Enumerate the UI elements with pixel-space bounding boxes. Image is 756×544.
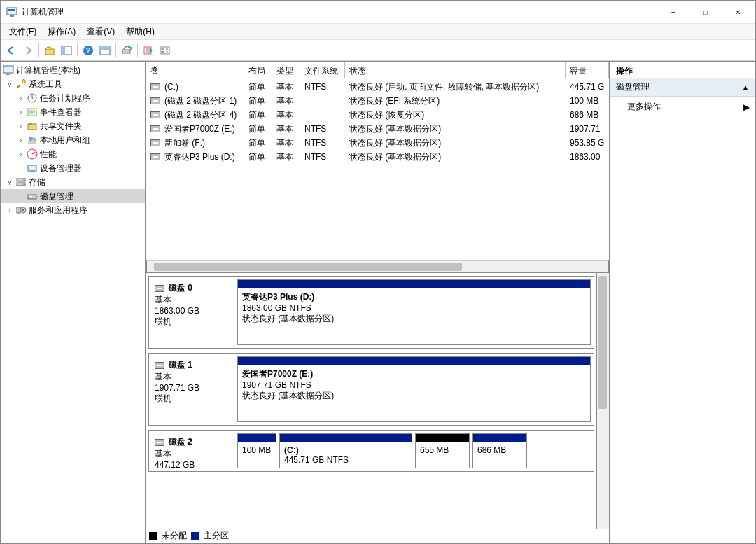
- partition-bar: [238, 357, 590, 365]
- col-filesystem[interactable]: 文件系统: [300, 62, 345, 78]
- tree-system-tools[interactable]: v 系统工具: [1, 77, 145, 91]
- partition[interactable]: 英睿达P3 Plus (D:)1863.00 GB NTFS状态良好 (基本数据…: [237, 279, 591, 345]
- volume-row[interactable]: (磁盘 2 磁盘分区 4)简单基本状态良好 (恢复分区)686 MB: [146, 108, 609, 122]
- col-volume[interactable]: 卷: [146, 62, 244, 78]
- tree-performance[interactable]: › 性能: [1, 147, 145, 161]
- vertical-scrollbar[interactable]: [597, 273, 610, 529]
- window-title: 计算机管理: [22, 6, 657, 18]
- volume-name: 英睿达P3 Plus (D:): [164, 151, 235, 163]
- expander-icon[interactable]: v: [5, 179, 15, 186]
- volume-fs: NTFS: [300, 82, 345, 92]
- disk-label-cell[interactable]: 磁盘 1基本1907.71 GB联机: [149, 354, 234, 425]
- legend: 未分配 主分区: [146, 529, 610, 543]
- menu-file[interactable]: 文件(F): [4, 24, 42, 40]
- partition-bar: [416, 434, 469, 442]
- tree-task-scheduler[interactable]: › 任务计划程序: [1, 91, 145, 105]
- disk-label-cell[interactable]: 磁盘 0基本1863.00 GB联机: [149, 277, 234, 348]
- volume-icon: [150, 111, 160, 118]
- event-icon: [27, 106, 38, 118]
- partition-size: 1863.00 GB NTFS: [242, 303, 586, 313]
- partition-state: 状态良好 (基本数据分区): [242, 390, 586, 402]
- expander-icon[interactable]: ›: [16, 151, 26, 158]
- actions-pane: 操作 磁盘管理 ▲ 更多操作 ▶: [610, 62, 755, 543]
- tree-services-apps[interactable]: › 服务和应用程序: [1, 203, 145, 217]
- refresh-button[interactable]: [119, 43, 134, 58]
- back-button[interactable]: [4, 43, 19, 58]
- disk-label-cell[interactable]: 磁盘 2基本447.12 GB: [149, 431, 234, 471]
- actions-more[interactable]: 更多操作 ▶: [610, 97, 755, 117]
- menu-action[interactable]: 操作(A): [42, 24, 81, 40]
- close-button[interactable]: ✕: [722, 1, 754, 22]
- volume-list-body[interactable]: (C:)简单基本NTFS状态良好 (启动, 页面文件, 故障转储, 基本数据分区…: [146, 78, 610, 273]
- disk-icon: [155, 285, 164, 292]
- disk-row[interactable]: 磁盘 2基本447.12 GB100 MB(C:)445.71 GB NTFS6…: [148, 430, 594, 472]
- forward-button[interactable]: [20, 43, 36, 58]
- partition[interactable]: 爱国者P7000Z (E:)1907.71 GB NTFS状态良好 (基本数据分…: [237, 356, 591, 422]
- expander-icon[interactable]: ›: [5, 207, 15, 214]
- menu-help[interactable]: 帮助(H): [120, 24, 160, 40]
- volume-icon: [150, 139, 160, 146]
- expander-icon[interactable]: ›: [16, 123, 26, 130]
- partition-size: 655 MB: [420, 445, 465, 455]
- col-type[interactable]: 类型: [272, 62, 300, 78]
- disk-layout-panel[interactable]: 磁盘 0基本1863.00 GB联机英睿达P3 Plus (D:)1863.00…: [146, 273, 597, 529]
- tree-shared-folders[interactable]: › 共享文件夹: [1, 119, 145, 133]
- show-hide-tree-button[interactable]: [59, 43, 74, 58]
- svg-point-34: [23, 183, 24, 185]
- volume-layout: 简单: [244, 81, 272, 93]
- tree-local-users[interactable]: › 本地用户和组: [1, 133, 145, 147]
- volume-icon: [150, 125, 160, 132]
- partition[interactable]: (C:)445.71 GB NTFS: [279, 433, 412, 468]
- col-status[interactable]: 状态: [345, 62, 566, 78]
- titlebar[interactable]: 计算机管理 − □ ✕: [1, 1, 755, 23]
- disk-row[interactable]: 磁盘 1基本1907.71 GB联机爱国者P7000Z (E:)1907.71 …: [148, 353, 594, 426]
- tree-storage[interactable]: v 存储: [1, 175, 145, 189]
- help-button[interactable]: ?: [80, 43, 96, 58]
- actions-group[interactable]: 磁盘管理 ▲: [610, 78, 755, 97]
- col-capacity[interactable]: 容量: [566, 62, 609, 78]
- volume-row[interactable]: (C:)简单基本NTFS状态良好 (启动, 页面文件, 故障转储, 基本数据分区…: [146, 80, 609, 94]
- view-top-button[interactable]: [97, 43, 113, 58]
- disk-row[interactable]: 磁盘 0基本1863.00 GB联机英睿达P3 Plus (D:)1863.00…: [148, 276, 594, 349]
- partition[interactable]: 686 MB: [472, 433, 527, 468]
- tree-event-viewer[interactable]: › 事件查看器: [1, 105, 145, 119]
- volume-row[interactable]: (磁盘 2 磁盘分区 1)简单基本状态良好 (EFI 系统分区)100 MB: [146, 94, 609, 108]
- tree-label: 本地用户和组: [40, 134, 90, 146]
- volume-row[interactable]: 英睿达P3 Plus (D:)简单基本NTFS状态良好 (基本数据分区)1863…: [146, 150, 609, 164]
- expander-icon[interactable]: ›: [16, 109, 26, 116]
- volume-status: 状态良好 (基本数据分区): [345, 151, 566, 163]
- tree-disk-management[interactable]: 磁盘管理: [1, 189, 145, 203]
- volume-row[interactable]: 新加卷 (F:)简单基本NTFS状态良好 (基本数据分区)953.85 G: [146, 136, 609, 150]
- col-layout[interactable]: 布局: [244, 62, 272, 78]
- partition[interactable]: 100 MB: [237, 433, 276, 468]
- disk-partitions: 英睿达P3 Plus (D:)1863.00 GB NTFS状态良好 (基本数据…: [234, 277, 594, 348]
- partition[interactable]: 655 MB: [415, 433, 470, 468]
- tree-label: 共享文件夹: [40, 120, 82, 132]
- list-button[interactable]: [141, 43, 156, 58]
- tree-root[interactable]: 计算机管理(本地): [1, 63, 145, 77]
- share-icon: [27, 120, 38, 132]
- expander-icon[interactable]: v: [5, 81, 15, 88]
- menu-view[interactable]: 查看(V): [81, 24, 120, 40]
- scrollbar-thumb[interactable]: [154, 263, 462, 271]
- expander-icon[interactable]: ›: [16, 137, 26, 144]
- settings-button[interactable]: [158, 43, 173, 58]
- partition-state: 状态良好 (基本数据分区): [242, 313, 586, 325]
- tree-pane[interactable]: 计算机管理(本地) v 系统工具 › 任务计划程序 › 事件查看器 › 共享文件…: [1, 62, 146, 543]
- svg-rect-15: [162, 51, 164, 53]
- disk-icon: [155, 439, 164, 446]
- disk-status: 联机: [155, 316, 228, 328]
- actions-group-label: 磁盘管理: [616, 81, 650, 93]
- scrollbar-thumb[interactable]: [598, 276, 607, 409]
- volume-row[interactable]: 爱国者P7000Z (E:)简单基本NTFS状态良好 (基本数据分区)1907.…: [146, 122, 609, 136]
- tree-device-manager[interactable]: 设备管理器: [1, 161, 145, 175]
- horizontal-scrollbar[interactable]: [146, 260, 609, 273]
- maximize-button[interactable]: □: [690, 1, 722, 22]
- minimize-button[interactable]: −: [657, 1, 690, 22]
- up-button[interactable]: [42, 43, 57, 58]
- svg-rect-10: [122, 50, 130, 53]
- actions-more-label: 更多操作: [627, 101, 661, 113]
- expander-icon[interactable]: ›: [16, 95, 26, 102]
- volume-name: (磁盘 2 磁盘分区 1): [164, 95, 237, 107]
- disk-size: 447.12 GB: [155, 460, 228, 470]
